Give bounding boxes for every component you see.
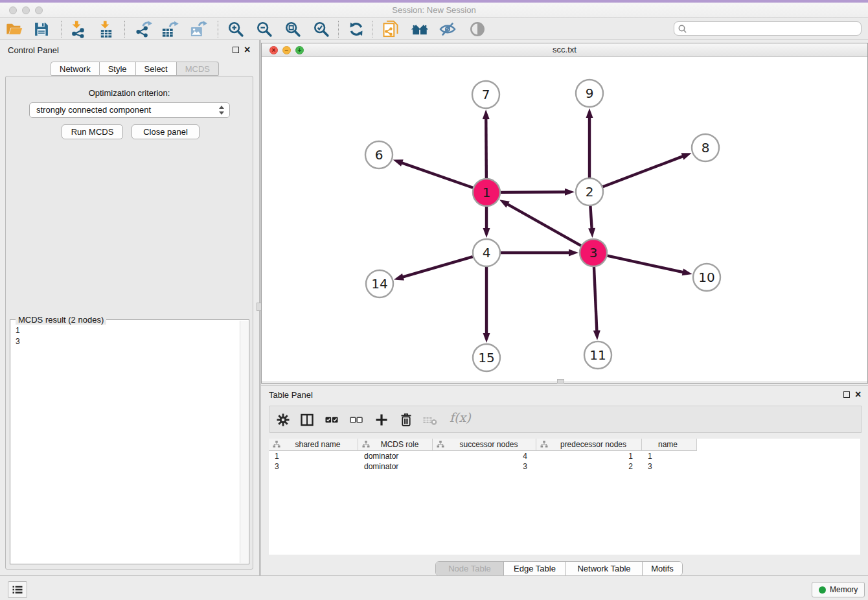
edge-2-3[interactable] — [588, 206, 595, 238]
network-frame-titlebar[interactable]: × − + scc.txt — [262, 43, 867, 57]
zoom-fit-icon[interactable] — [284, 20, 302, 38]
splitter-handle[interactable] — [557, 379, 564, 384]
zoom-out-icon[interactable] — [255, 20, 273, 38]
cell-predecessor_nodes[interactable]: 2 — [536, 461, 642, 472]
import-table-icon[interactable] — [97, 20, 115, 38]
zoom-in-icon[interactable] — [227, 20, 245, 38]
close-panel-icon[interactable]: × — [244, 45, 250, 54]
edge-2-8[interactable] — [603, 153, 692, 187]
edge-4-14[interactable] — [394, 257, 473, 281]
edge-3-1[interactable] — [499, 200, 581, 246]
close-panel-button[interactable]: Close panel — [131, 124, 200, 139]
column-header-successor-nodes[interactable]: successor nodes — [433, 439, 536, 451]
close-panel-icon[interactable]: × — [855, 390, 861, 399]
result-line: 1 — [16, 325, 233, 336]
save-session-icon[interactable] — [32, 20, 51, 38]
search-field[interactable] — [674, 21, 862, 36]
export-image-icon[interactable] — [189, 20, 207, 38]
column-header-shared-name[interactable]: shared name — [269, 439, 358, 451]
edge-1-4[interactable] — [483, 207, 490, 238]
run-mcds-button[interactable]: Run MCDS — [62, 124, 123, 139]
tab-select[interactable]: Select — [136, 62, 177, 76]
column-header-name[interactable]: name — [642, 439, 697, 451]
control-panel-title: Control Panel — [8, 45, 59, 55]
cell-successor_nodes[interactable]: 3 — [433, 461, 536, 472]
edge-4-15[interactable] — [483, 267, 490, 343]
memory-status-icon — [819, 586, 826, 594]
node-label: 8 — [702, 140, 710, 156]
edge-2-9[interactable] — [586, 108, 593, 178]
tab-network-table[interactable]: Network Table — [565, 562, 642, 575]
column-tree-icon — [540, 441, 548, 448]
edge-4-3[interactable] — [501, 249, 578, 257]
node-4[interactable]: 4 — [473, 239, 500, 266]
tab-network[interactable]: Network — [51, 62, 100, 76]
cell-shared_name[interactable]: 1 — [269, 451, 358, 461]
cell-mcds_role[interactable]: dominator — [358, 461, 433, 472]
cell-name[interactable]: 1 — [642, 451, 697, 461]
new-network-from-selection-icon[interactable] — [382, 20, 400, 38]
tab-edge-table[interactable]: Edge Table — [503, 562, 565, 575]
select-all-columns-icon[interactable] — [324, 412, 339, 428]
node-label: 2 — [586, 184, 594, 200]
cell-name[interactable]: 3 — [642, 461, 697, 472]
edge-1-6[interactable] — [393, 159, 474, 187]
table-rows: 1dominator4113dominator323 — [269, 451, 860, 472]
edge-1-7[interactable] — [483, 110, 490, 178]
float-panel-icon[interactable] — [843, 391, 850, 398]
network-frame: × − + scc.txt 7968124314101511 — [261, 43, 868, 384]
node-9[interactable]: 9 — [576, 80, 603, 107]
criterion-dropdown[interactable]: strongly connected component — [29, 102, 230, 118]
import-network-icon[interactable] — [69, 20, 87, 38]
tab-style[interactable]: Style — [100, 62, 136, 76]
node-8[interactable]: 8 — [692, 134, 719, 161]
home-icon[interactable] — [411, 20, 429, 38]
result-scrollbar[interactable] — [240, 321, 248, 563]
export-table-icon[interactable] — [161, 20, 179, 38]
edge-1-2[interactable] — [501, 189, 575, 196]
column-header-mcds-role[interactable]: MCDS role — [358, 439, 433, 451]
node-6[interactable]: 6 — [365, 141, 393, 168]
tab-mcds[interactable]: MCDS — [177, 62, 219, 76]
network-canvas[interactable]: 7968124314101511 — [262, 57, 867, 381]
node-15[interactable]: 15 — [473, 344, 500, 371]
cell-mcds_role[interactable]: dominator — [358, 451, 433, 461]
memory-button[interactable]: Memory — [812, 582, 865, 597]
table-row[interactable]: 1dominator411 — [269, 451, 860, 461]
result-line: 3 — [16, 336, 233, 347]
node-14[interactable]: 14 — [366, 270, 393, 297]
node-10[interactable]: 10 — [693, 264, 720, 291]
node-2[interactable]: 2 — [576, 178, 603, 205]
add-column-icon[interactable] — [374, 412, 389, 428]
cell-shared_name[interactable]: 3 — [269, 461, 358, 472]
tab-motifs[interactable]: Motifs — [642, 562, 682, 575]
split-table-view-icon[interactable] — [299, 412, 315, 428]
zoom-selected-icon[interactable] — [312, 20, 330, 38]
edge-3-10[interactable] — [607, 256, 692, 276]
search-icon — [678, 24, 688, 34]
export-network-icon[interactable] — [135, 20, 153, 38]
node-11[interactable]: 11 — [584, 341, 611, 369]
deselect-all-columns-icon[interactable] — [348, 412, 364, 428]
table-settings-icon[interactable] — [275, 412, 291, 428]
column-header-predecessor-nodes[interactable]: predecessor nodes — [536, 439, 642, 451]
task-history-button[interactable] — [8, 581, 27, 598]
column-tree-icon — [362, 441, 370, 448]
show-graphics-details-icon[interactable] — [468, 20, 486, 38]
hide-graphics-details-icon[interactable] — [439, 20, 457, 38]
table-header-row: shared nameMCDS rolesuccessor nodesprede… — [269, 439, 860, 451]
open-session-icon[interactable] — [5, 20, 23, 38]
table-row[interactable]: 3dominator323 — [269, 461, 860, 472]
float-panel-icon[interactable] — [233, 47, 239, 53]
edge-3-11[interactable] — [593, 267, 600, 340]
cell-predecessor_nodes[interactable]: 1 — [536, 451, 642, 461]
tab-node-table[interactable]: Node Table — [436, 562, 503, 575]
delete-columns-icon[interactable] — [398, 412, 414, 428]
node-7[interactable]: 7 — [472, 81, 499, 108]
node-1[interactable]: 1 — [473, 179, 500, 206]
cell-successor_nodes[interactable]: 4 — [433, 451, 536, 461]
node-3[interactable]: 3 — [580, 239, 607, 266]
window-titlebar[interactable]: Session: New Session — [0, 3, 868, 18]
refresh-layout-icon[interactable] — [347, 20, 365, 38]
search-input[interactable] — [690, 23, 857, 34]
